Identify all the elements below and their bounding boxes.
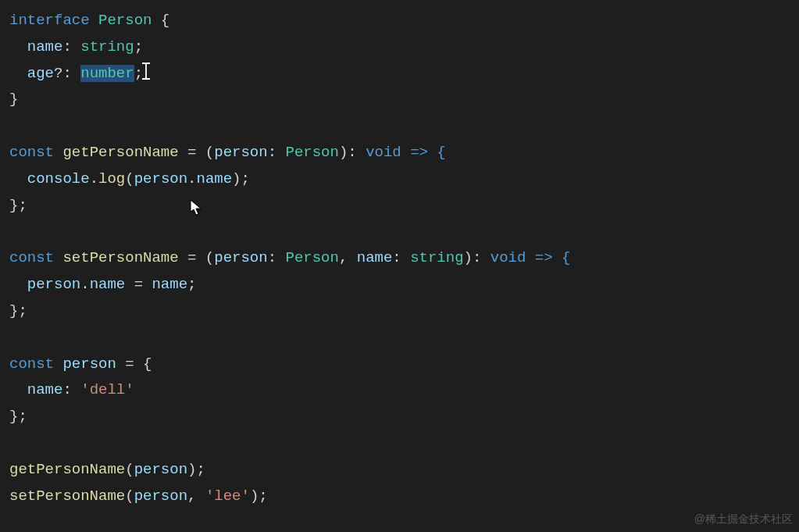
- type-person: Person: [286, 249, 339, 266]
- string-literal: 'lee': [205, 487, 250, 505]
- property-age: age: [27, 65, 54, 82]
- code-line-empty[interactable]: [9, 220, 790, 246]
- return-void: void: [366, 144, 401, 161]
- var-person: person: [62, 355, 116, 373]
- code-line[interactable]: getPersonName(person);: [9, 457, 790, 484]
- function-getPersonName: getPersonName: [62, 144, 178, 161]
- keyword-const: const: [9, 144, 54, 161]
- code-line[interactable]: };: [9, 193, 790, 220]
- type-person: Person: [286, 144, 339, 161]
- string-literal: 'dell': [80, 381, 134, 398]
- watermark-text: @稀土掘金技术社区: [694, 509, 793, 529]
- log-method: log: [98, 170, 125, 187]
- function-setPersonName: setPersonName: [62, 249, 178, 266]
- console-obj: console: [27, 170, 90, 187]
- param-person: person: [214, 249, 267, 266]
- code-line[interactable]: age?: number;: [9, 61, 790, 87]
- code-line[interactable]: person.name = name;: [9, 272, 790, 298]
- code-editor[interactable]: interface Person { name: string; age?: n…: [9, 8, 790, 509]
- code-line[interactable]: const setPersonName = (person: Person, n…: [9, 245, 790, 272]
- type-number-selected: number: [80, 65, 134, 82]
- code-line[interactable]: console.log(person.name);: [9, 166, 790, 193]
- code-line[interactable]: };: [9, 298, 790, 325]
- keyword-const: const: [9, 355, 54, 373]
- code-line[interactable]: const person = {: [9, 352, 790, 378]
- keyword-const: const: [9, 249, 54, 266]
- var-name: name: [90, 276, 126, 293]
- code-line-empty[interactable]: [9, 325, 790, 352]
- code-line[interactable]: name: 'dell': [9, 377, 790, 404]
- param-name: name: [357, 249, 393, 266]
- type-name: Person: [98, 12, 152, 29]
- type-string: string: [80, 38, 134, 55]
- function-call-setPersonName: setPersonName: [9, 487, 125, 505]
- code-line[interactable]: name: string;: [9, 34, 790, 61]
- code-line[interactable]: };: [9, 404, 790, 430]
- return-void: void: [490, 249, 526, 266]
- keyword-interface: interface: [9, 12, 90, 29]
- code-line-empty[interactable]: [9, 430, 790, 457]
- code-line[interactable]: }: [9, 87, 790, 113]
- property-name: name: [27, 381, 63, 398]
- property-name: name: [27, 38, 63, 55]
- code-line[interactable]: setPersonName(person, 'lee');: [9, 484, 790, 510]
- param-person: person: [214, 144, 267, 161]
- var-person: person: [27, 276, 80, 293]
- code-line[interactable]: const getPersonName = (person: Person): …: [9, 140, 790, 166]
- code-line[interactable]: interface Person {: [9, 8, 790, 34]
- code-line-empty[interactable]: [9, 113, 790, 140]
- function-call-getPersonName: getPersonName: [9, 461, 125, 478]
- type-string: string: [410, 249, 463, 266]
